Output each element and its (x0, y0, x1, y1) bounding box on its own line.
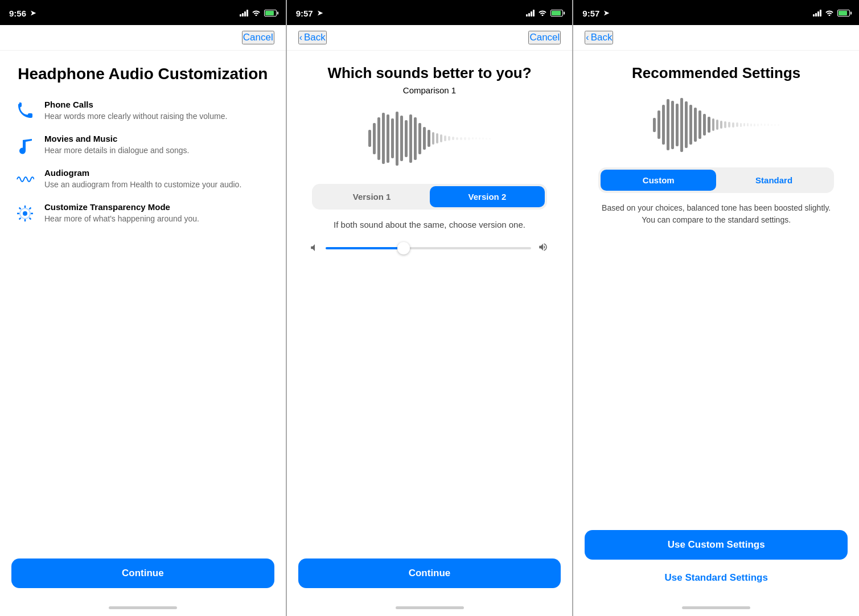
waveform-bars-3 (653, 96, 779, 153)
signal-icon-2 (526, 10, 535, 17)
wifi-icon-3 (825, 9, 834, 18)
screen2-title: Which sounds better to you? (301, 64, 559, 82)
location-icon-1: ➤ (30, 9, 36, 17)
screen-3: 9:57 ➤ (572, 0, 859, 616)
home-indicator-1 (0, 602, 286, 616)
signal-icon-3 (813, 10, 821, 17)
feature-audiogram: Audiogram Use an audiogram from Health t… (14, 168, 272, 191)
location-icon-3: ➤ (603, 9, 609, 17)
use-standard-settings-button[interactable]: Use Standard Settings (585, 568, 848, 588)
battery-icon-2 (550, 10, 563, 17)
back-button-2[interactable]: ‹ Back (298, 31, 327, 44)
status-bar-1: 9:56 ➤ (0, 0, 286, 25)
screen2-content: Which sounds better to you? Comparison 1 (287, 51, 573, 552)
transparency-icon (14, 202, 36, 225)
settings-description: Based on your choices, balanced tone has… (587, 202, 845, 226)
continue-button-1[interactable]: Continue (11, 558, 274, 588)
home-indicator-2 (287, 602, 573, 616)
back-button-3[interactable]: ‹ Back (585, 31, 613, 44)
comparison-label: Comparison 1 (301, 85, 559, 95)
use-custom-settings-button[interactable]: Use Custom Settings (585, 530, 848, 560)
screen3-bottom: Use Custom Settings Use Standard Setting… (573, 523, 859, 602)
feature-movies-music: Movies and Music Hear more details in di… (14, 134, 272, 157)
svg-point-0 (23, 211, 27, 216)
transparency-text: Customize Transparency Mode Hear more of… (44, 202, 199, 224)
waveform-display-2 (301, 104, 559, 173)
battery-icon-3 (837, 10, 850, 17)
comparison-note: If both sound about the same, choose ver… (301, 219, 559, 231)
feature-transparency: Customize Transparency Mode Hear more of… (14, 202, 272, 225)
wifi-icon-1 (252, 9, 261, 18)
movies-music-text: Movies and Music Hear more details in di… (44, 134, 190, 155)
home-indicator-3 (573, 602, 859, 616)
phone-calls-text: Phone Calls Hear words more clearly with… (44, 100, 227, 121)
nav-bar-2: ‹ Back Cancel (287, 25, 573, 51)
wifi-icon-2 (538, 9, 547, 18)
volume-slider-container (301, 242, 559, 254)
music-icon (14, 134, 36, 157)
screen1-content: Headphone Audio Customization Phone Call… (0, 51, 286, 552)
audiogram-icon (14, 168, 36, 191)
chevron-left-icon-3: ‹ (586, 32, 589, 43)
volume-low-icon (310, 243, 320, 254)
version1-button[interactable]: Version 1 (314, 186, 430, 207)
feature-phone-calls: Phone Calls Hear words more clearly with… (14, 100, 272, 122)
status-time-1: 9:56 ➤ (9, 9, 36, 18)
nav-bar-3: ‹ Back (573, 25, 859, 51)
screen3-title: Recommended Settings (587, 64, 845, 82)
status-icons-3 (813, 9, 850, 18)
volume-slider[interactable] (326, 247, 532, 249)
screen1-bottom: Continue (0, 552, 286, 602)
battery-icon-1 (264, 10, 277, 17)
cancel-button-2[interactable]: Cancel (528, 31, 561, 44)
screen3-content: Recommended Settings (573, 51, 859, 523)
standard-button[interactable]: Standard (716, 170, 832, 191)
screen1-title: Headphone Audio Customization (14, 64, 272, 84)
screen2-bottom: Continue (287, 552, 573, 602)
signal-icon-1 (240, 10, 248, 17)
feature-list: Phone Calls Hear words more clearly with… (14, 100, 272, 543)
status-icons-2 (526, 9, 563, 18)
chevron-left-icon-2: ‹ (299, 32, 302, 43)
waveform-display-3 (587, 93, 845, 156)
custom-button[interactable]: Custom (601, 170, 716, 191)
nav-bar-1: Cancel (0, 25, 286, 51)
version-selector: Version 1 Version 2 (312, 184, 548, 210)
screen-2: 9:57 ➤ (286, 0, 573, 616)
volume-high-icon (537, 242, 549, 254)
status-time-2: 9:57 ➤ (296, 9, 323, 18)
phone-icon (14, 100, 36, 122)
screen-1: 9:56 ➤ (0, 0, 286, 616)
cancel-button-1[interactable]: Cancel (242, 31, 274, 44)
audiogram-text: Audiogram Use an audiogram from Health t… (44, 168, 241, 190)
status-time-3: 9:57 ➤ (582, 9, 609, 18)
waveform-bars-2 (368, 110, 491, 167)
status-bar-3: 9:57 ➤ (573, 0, 859, 25)
location-icon-2: ➤ (317, 9, 323, 17)
version2-button[interactable]: Version 2 (430, 186, 545, 207)
status-bar-2: 9:57 ➤ (287, 0, 573, 25)
custom-standard-toggle: Custom Standard (598, 167, 834, 193)
continue-button-2[interactable]: Continue (298, 558, 561, 588)
status-icons-1 (240, 9, 277, 18)
